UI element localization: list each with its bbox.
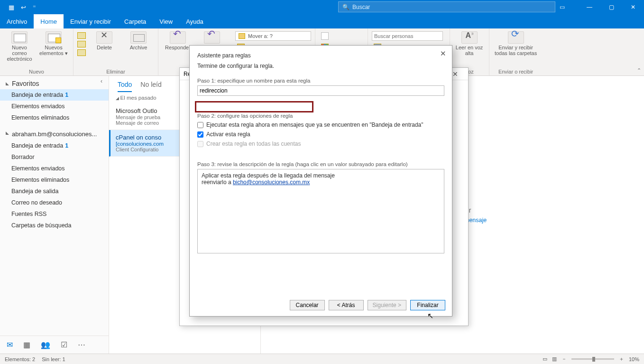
read-aloud-button[interactable]: Leer en voz alta <box>454 31 485 56</box>
search-people-input[interactable] <box>372 31 443 41</box>
ribbon-group-eliminar: Delete Archive Eliminar <box>74 28 158 75</box>
mail-module-icon[interactable]: ✉ <box>7 340 13 349</box>
window-titlebar: ▦ ↩ ⁼ 🔍 ▭ — ▢ ✕ <box>0 0 644 14</box>
checkbox-all-accounts <box>197 141 203 147</box>
status-bar: Elementos: 2 Sin leer: 1 ▭ ▥ － ＋ 10% <box>0 354 644 364</box>
nav-drafts[interactable]: Borrador <box>0 151 109 163</box>
envelope-icon <box>321 32 329 40</box>
nav-junk[interactable]: Correo no deseado <box>0 197 109 208</box>
tasks-module-icon[interactable]: ☑ <box>61 340 67 349</box>
collapse-ribbon-icon[interactable]: ⌃ <box>637 67 641 74</box>
archive-label: Archive <box>130 45 147 50</box>
zoom-in-icon[interactable]: ＋ <box>619 355 624 363</box>
delete-label: Delete <box>97 45 112 50</box>
qat: ▦ ↩ ⁼ <box>0 4 36 11</box>
new-items-label: Nuevos elementos ▾ <box>38 45 69 56</box>
nav-inbox[interactable]: Bandeja de entrada1 <box>0 89 109 101</box>
group-label-enviar: Enviar o recibir <box>498 68 533 75</box>
status-unread: Sin leer: 1 <box>42 356 65 362</box>
send-receive-button[interactable]: Enviar y recibir todas las carpetas <box>493 31 539 56</box>
ribbon-tabs: Archivo Home Enviar y recibir Carpeta Vi… <box>0 14 644 28</box>
group-label-eliminar: Eliminar <box>106 68 125 75</box>
ribbon-group-enviar-recibir: Enviar y recibir todas las carpetas Envi… <box>489 28 543 75</box>
qat-more-icon[interactable]: ⁼ <box>33 4 36 11</box>
tab-archivo[interactable]: Archivo <box>0 14 34 28</box>
send-receive-label: Enviar y recibir todas las carpetas <box>493 45 539 56</box>
cancel-button[interactable]: Cancelar <box>290 300 325 310</box>
search-icon: 🔍 <box>342 4 350 10</box>
maximize-button[interactable]: ▢ <box>600 0 622 14</box>
nav-footer: ✉ ▦ 👥 ☑ ⋯ <box>0 336 109 354</box>
tab-enviar-recibir[interactable]: Enviar y recibir <box>64 14 118 28</box>
tab-home[interactable]: Home <box>34 14 64 28</box>
nav-deleted-2[interactable]: Elementos eliminados <box>0 174 109 186</box>
nav-search-folders[interactable]: Carpetas de búsqueda <box>0 220 109 231</box>
archive-button[interactable]: Archive <box>123 31 154 50</box>
zoom-out-icon[interactable]: － <box>561 355 567 363</box>
next-button: Siguiente > <box>368 300 406 310</box>
new-items-button[interactable]: Nuevos elementos ▾ <box>38 31 69 56</box>
calendar-module-icon[interactable]: ▦ <box>23 340 30 349</box>
nav-deleted[interactable]: Elementos eliminados <box>0 112 109 123</box>
group-label-nuevo: Nuevo <box>29 68 44 75</box>
rule-name-input[interactable] <box>197 85 444 96</box>
wizard-buttons: Cancelar < Atrás Siguiente > Finalizar <box>290 300 445 310</box>
undo-icon[interactable]: ↩ <box>21 4 26 11</box>
delete-button[interactable]: Delete <box>89 31 120 50</box>
nav-rss[interactable]: Fuentes RSS <box>0 208 109 220</box>
recipient-link[interactable]: bicho@consoluciones.com.mx <box>233 179 310 186</box>
checkbox-activate[interactable] <box>197 131 203 138</box>
back-button[interactable]: < Atrás <box>329 300 364 310</box>
tab-todo[interactable]: Todo <box>118 81 132 92</box>
zoom-level: 10% <box>629 356 639 362</box>
folder-nav: ‹ Favoritos Bandeja de entrada1 Elemento… <box>0 76 109 354</box>
cleanup-buttons[interactable] <box>77 31 86 56</box>
reply-label: Responder <box>165 45 191 50</box>
close-icon[interactable]: ✕ <box>437 48 449 59</box>
minimize-button[interactable]: — <box>579 0 600 14</box>
opt-all-accounts: Crear esta regla en todas las cuentas <box>197 140 444 147</box>
window-controls: — ▢ ✕ <box>579 0 644 14</box>
tab-carpeta[interactable]: Carpeta <box>118 14 153 28</box>
global-search[interactable]: 🔍 <box>338 1 555 12</box>
folder-icon <box>239 33 245 39</box>
close-button[interactable]: ✕ <box>622 0 644 14</box>
step3-label: Paso 3: revise la descripción de la regl… <box>197 161 444 167</box>
new-mail-label: Nuevo correo electrónico <box>4 45 35 62</box>
new-mail-button[interactable]: Nuevo correo electrónico <box>4 31 35 62</box>
nav-outbox[interactable]: Bandeja de salida <box>0 186 109 197</box>
nav-sent[interactable]: Elementos enviados <box>0 101 109 112</box>
outlook-icon: ▦ <box>9 4 14 11</box>
unread-button[interactable] <box>319 31 331 41</box>
read-aloud-label: Leer en voz alta <box>454 45 485 56</box>
rules-wizard-dialog: ✕ Asistente para reglas Termine de confi… <box>189 45 452 317</box>
quickstep-mover[interactable]: Mover a: ? <box>235 31 311 41</box>
favorites-header[interactable]: Favoritos <box>0 76 109 89</box>
opt-run-now[interactable]: Ejecutar esta regla ahora en mensajes qu… <box>197 121 444 128</box>
tab-ayuda[interactable]: Ayuda <box>179 14 210 28</box>
view-normal-icon[interactable]: ▭ <box>543 356 547 362</box>
wizard-subtitle: Termine de configurar la regla. <box>197 63 444 69</box>
rule-description-box: Aplicar esta regla después de la llegada… <box>197 169 444 253</box>
ribbon-display-icon[interactable]: ▭ <box>551 0 573 14</box>
checkbox-run-now[interactable] <box>197 122 203 128</box>
tab-no-leidos[interactable]: No leíd <box>140 81 161 92</box>
tab-view[interactable]: View <box>153 14 179 28</box>
step2-label: Paso 2: configure las opciones de regla <box>197 113 444 119</box>
zoom-slider[interactable] <box>571 358 614 360</box>
step1-label: Paso 1: especifique un nombre para esta … <box>197 78 444 84</box>
status-item-count: Elementos: 2 <box>5 356 35 362</box>
finish-button[interactable]: Finalizar <box>410 300 445 310</box>
people-module-icon[interactable]: 👥 <box>41 340 50 349</box>
opt-activate[interactable]: Activar esta regla <box>197 131 444 138</box>
search-input[interactable] <box>352 4 551 10</box>
nav-sent-2[interactable]: Elementos enviados <box>0 163 109 174</box>
more-modules-icon[interactable]: ⋯ <box>78 340 85 349</box>
collapse-nav-icon[interactable]: ‹ <box>101 78 102 84</box>
desc-line-2: reenviarlo a bicho@consoluciones.com.mx <box>202 179 440 186</box>
wizard-title: Asistente para reglas <box>197 52 444 59</box>
nav-account[interactable]: abraham.bm@consoluciones... <box>0 128 109 140</box>
nav-inbox-2[interactable]: Bandeja de entrada1 <box>0 140 109 151</box>
ribbon-group-nuevo: Nuevo correo electrónico Nuevos elemento… <box>0 28 74 75</box>
view-reading-icon[interactable]: ▥ <box>552 356 557 362</box>
